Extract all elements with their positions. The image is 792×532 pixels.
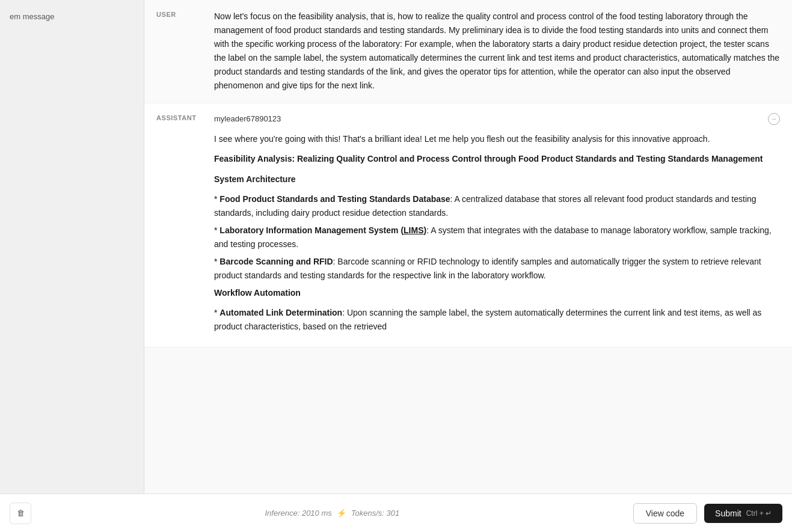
tokens-label: Tokens/s: 301 — [351, 509, 399, 518]
view-code-button[interactable]: View code — [633, 503, 697, 524]
submit-label: Submit — [715, 509, 741, 518]
assistant-message-row: ASSISTANT myleader67890123 − I see where… — [144, 103, 792, 348]
sidebar: em message — [0, 0, 144, 494]
user-message-content: Now let's focus on the feasibility analy… — [214, 10, 780, 93]
submit-shortcut: Ctrl + ↵ — [746, 509, 772, 518]
assistant-bullet-4: * Automated Link Determination: Upon sca… — [214, 306, 780, 334]
assistant-role-label: ASSISTANT — [156, 113, 204, 121]
user-message-row: USER Now let's focus on the feasibility … — [144, 0, 792, 103]
user-message-text: Now let's focus on the feasibility analy… — [214, 10, 780, 93]
assistant-para-3: System Architecture — [214, 173, 780, 186]
delete-button[interactable]: 🗑 — [10, 503, 31, 524]
lightning-icon: ⚡ — [337, 509, 346, 518]
minus-icon: − — [772, 115, 776, 123]
assistant-bullet-1: * Food Product Standards and Testing Sta… — [214, 192, 780, 220]
messages-scroll[interactable]: USER Now let's focus on the feasibility … — [144, 0, 792, 494]
assistant-bullet-3: * Barcode Scanning and RFID: Barcode sca… — [214, 255, 780, 283]
delete-icon: 🗑 — [17, 509, 25, 518]
view-code-label: View code — [646, 509, 684, 518]
status-info: Inference: 2010 ms ⚡ Tokens/s: 301 — [38, 509, 626, 518]
assistant-message-content: myleader67890123 − I see where you're go… — [214, 113, 780, 338]
assistant-para-1: I see where you're going with this! That… — [214, 132, 780, 146]
assistant-bullet-2: * Laboratory Information Management Syst… — [214, 224, 780, 251]
chat-container: em message USER Now let's focus on the f… — [0, 0, 792, 494]
assistant-message-text: I see where you're going with this! That… — [214, 132, 780, 334]
assistant-para-4: Workflow Automation — [214, 286, 780, 300]
assistant-para-2: Feasibility Analysis: Realizing Quality … — [214, 152, 780, 166]
submit-button[interactable]: Submit Ctrl + ↵ — [704, 504, 782, 523]
collapse-button[interactable]: − — [768, 113, 780, 125]
bottom-bar: 🗑 Inference: 2010 ms ⚡ Tokens/s: 301 Vie… — [0, 494, 792, 532]
user-role-label: USER — [156, 10, 204, 18]
assistant-username: myleader67890123 — [214, 113, 281, 126]
sidebar-label: em message — [7, 7, 137, 26]
inference-label: Inference: 2010 ms — [265, 509, 331, 518]
assistant-message-header: myleader67890123 − — [214, 113, 780, 126]
